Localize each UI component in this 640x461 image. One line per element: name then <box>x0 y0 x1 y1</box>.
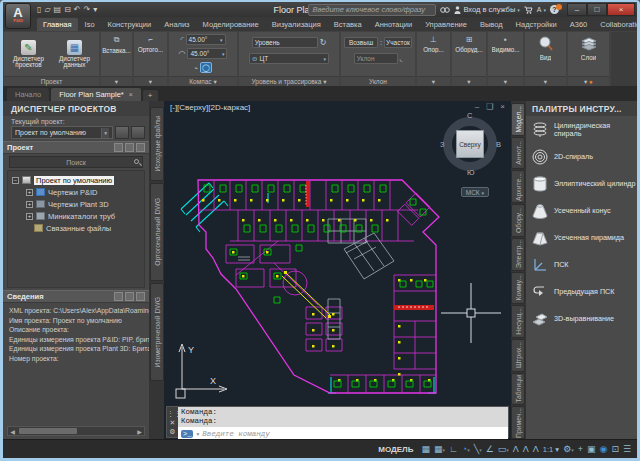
panel-caret-insert[interactable]: ▾ <box>101 76 132 86</box>
layers-button[interactable]: Слои <box>581 34 597 61</box>
details-icon-2[interactable] <box>125 292 134 301</box>
model-space-button[interactable]: МОДЕЛЬ <box>374 443 417 456</box>
collapse-icon[interactable]: − <box>12 177 19 184</box>
ribbon-tab-annotation[interactable]: Аннотации <box>369 18 419 31</box>
file-tab-close-icon[interactable]: × <box>129 91 133 98</box>
command-wrench-icon[interactable]: ⚙ <box>167 427 178 436</box>
supports-button[interactable]: ⊥ Опор... <box>423 33 444 53</box>
tree-item-pipe-catalogs[interactable]: + Миникаталоги труб <box>26 210 144 222</box>
otrack-icon[interactable]: ∠ <box>486 442 494 456</box>
grid-icon[interactable]: ▦ <box>421 442 430 456</box>
panel-caret-supports[interactable]: ▾ <box>417 76 450 86</box>
view-button[interactable]: Вид <box>538 34 554 61</box>
tool-elliptical-cylinder[interactable]: Эллиптический цилиндр <box>526 170 637 197</box>
help-search-input[interactable] <box>308 4 436 16</box>
palette-tab-leaders[interactable]: Примеч... <box>511 406 525 439</box>
command-window[interactable]: ⋮⋮ ✕ ⚙ Команда: Команда: >_ ▾ Введите ко… <box>166 406 509 438</box>
isodraft-icon[interactable]: ╲▾ <box>474 442 482 457</box>
command-input[interactable]: >_ ▾ Введите команду <box>178 427 508 439</box>
redo-icon[interactable]: ↷ <box>84 5 91 14</box>
share-icon[interactable]: A ▾ <box>537 6 546 13</box>
minimize-button[interactable]: – <box>567 3 587 16</box>
annot-scale-icon[interactable]: Ʌ <box>533 442 539 456</box>
compass-north[interactable]: С <box>467 111 472 120</box>
insert-button[interactable]: ⧉ Вставка... <box>102 33 131 54</box>
elevation-button[interactable]: Возвыш <box>344 37 378 48</box>
panel-caret-ortho[interactable]: ▾ <box>134 76 167 86</box>
project-tool-button-2[interactable] <box>131 126 145 139</box>
ribbon-tab-collaboration[interactable]: Collaboration <box>594 18 640 31</box>
compass-south[interactable]: Ю <box>467 168 475 177</box>
annotation-scale-button[interactable]: 1:1 ▾ <box>543 445 559 454</box>
command-window-grip[interactable]: ⋮⋮ ✕ ⚙ <box>167 407 178 437</box>
scroll-right-icon[interactable]: ▶ <box>135 428 144 435</box>
level-combo[interactable]: ⊙ЦТ▾ <box>249 53 329 64</box>
ortho-button[interactable]: ⌐ Ортого... <box>138 33 164 53</box>
slope-pick-icon[interactable]: ◟ <box>400 55 403 63</box>
panel-label-compass[interactable]: Компас ▾ <box>169 76 237 86</box>
doc-restore-button[interactable]: ❑ <box>486 102 493 111</box>
tree-item-pid[interactable]: + Чертежи P&ID <box>26 186 144 198</box>
expand-icon[interactable]: + <box>26 189 33 196</box>
palette-tab-tables[interactable]: Таблицы <box>511 373 525 406</box>
level-field[interactable]: Уровень <box>252 37 318 48</box>
tool-cylindrical-helix[interactable]: Цилиндрическая спираль <box>526 116 637 143</box>
app-store-cart-icon[interactable] <box>524 6 533 14</box>
tool-previous-ucs[interactable]: Предыдущая ПСК <box>526 278 637 305</box>
project-tool-button-1[interactable] <box>115 126 129 139</box>
tool-ucs[interactable]: ПСК <box>526 251 637 278</box>
annot-vis-icon[interactable]: Ʌ <box>513 442 519 456</box>
maximize-button[interactable]: □ <box>587 3 607 16</box>
application-menu-button[interactable]: AP&ID <box>5 3 31 29</box>
scrollbar-thumb[interactable] <box>19 428 77 434</box>
panel-label-slope[interactable]: Уклон <box>341 76 415 86</box>
clean-screen-icon[interactable]: ⊡ <box>611 442 619 456</box>
tool-cone-frustum[interactable]: Усеченный конус <box>526 197 637 224</box>
plot-icon[interactable]: ⊟ <box>64 5 71 14</box>
palette-tab-structural[interactable]: Несущ... <box>511 305 525 338</box>
ribbon-tab-structures[interactable]: Конструкции <box>102 18 158 31</box>
ribbon-tab-a360[interactable]: A360 <box>564 18 594 31</box>
help-icon[interactable]: ? <box>550 5 559 14</box>
viewcube[interactable]: С В Ю З Сверху <box>439 113 501 175</box>
visibility-button[interactable]: ▪ Видимо... <box>492 33 520 53</box>
close-button[interactable]: × <box>607 3 635 16</box>
ribbon-tab-output[interactable]: Вывод <box>474 18 509 31</box>
project-search-input[interactable]: Поиск <box>9 156 143 168</box>
horizontal-scrollbar[interactable]: ◀ ▶ <box>7 426 145 436</box>
ribbon-tab-home[interactable]: Главная <box>37 18 78 31</box>
command-close-icon[interactable]: ✕ <box>167 418 178 427</box>
tool-2d-spiral[interactable]: 2D-спираль <box>526 143 637 170</box>
panel-caret-equipment[interactable]: ▾ <box>452 76 486 86</box>
palette-tab-modeling[interactable]: Модел... <box>511 103 525 136</box>
panel-caret-view[interactable]: ▾ <box>525 76 566 86</box>
ribbon-tab-iso[interactable]: Iso <box>79 18 101 31</box>
tree-root[interactable]: − Проект по умолчанию <box>12 174 144 186</box>
ortho-icon[interactable]: ∟ <box>449 442 458 456</box>
data-manager-button[interactable]: ▦ Диспетчер данных <box>53 40 97 69</box>
panel-icon-2[interactable] <box>125 143 134 152</box>
viewport-controls[interactable]: [-][Сверху][2D-каркас] <box>170 103 250 112</box>
polar-icon[interactable]: ◔▾ <box>462 442 470 457</box>
wcs-button[interactable]: МСК ▾ <box>461 187 489 197</box>
annot-auto-icon[interactable]: Ʌ <box>523 442 529 456</box>
plot-area-button[interactable]: Участок <box>384 37 412 48</box>
drawing-canvas[interactable]: [-][Сверху][2D-каркас] – ❑ × С В Ю З Све… <box>164 101 511 439</box>
details-section-header[interactable]: Сведения <box>3 290 149 303</box>
open-file-icon[interactable]: ▱ <box>44 5 50 14</box>
expand-icon[interactable]: + <box>26 213 33 220</box>
viewcube-top-face[interactable]: Сверху <box>456 130 484 158</box>
tree-item-related-files[interactable]: Связанные файлы <box>34 222 144 234</box>
command-history[interactable]: Команда: Команда: <box>178 407 508 427</box>
project-manager-button[interactable]: ✎ Диспетчер проектов <box>7 40 51 69</box>
refresh-icon[interactable] <box>136 143 145 152</box>
palette-tab-electrical[interactable]: Электр... <box>511 238 525 271</box>
doc-minimize-button[interactable]: – <box>475 102 479 111</box>
ribbon-tab-modeling[interactable]: Моделирование <box>197 18 265 31</box>
panel-label-level[interactable]: Уровень и трассировка ▾ <box>239 76 339 86</box>
isolate-icon[interactable]: ▣ <box>587 442 596 456</box>
new-tab-button[interactable]: + <box>143 90 158 101</box>
current-project-select[interactable]: Проект по умолчанию▾ <box>11 126 113 139</box>
graphics-icon[interactable]: ◉ <box>600 442 608 456</box>
panel-caret-visibility[interactable]: ▾ <box>488 76 523 86</box>
